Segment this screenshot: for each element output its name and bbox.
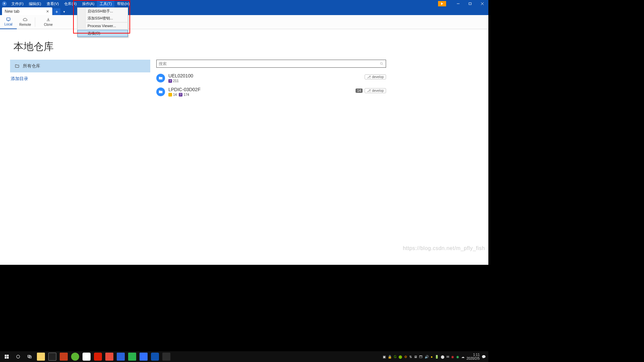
tray-icon[interactable]: 🗔 — [419, 355, 423, 359]
start-button[interactable] — [3, 353, 11, 361]
repo-name: UEL020100 — [168, 73, 361, 78]
app-window: 文件(F) 编辑(E) 查看(V) 仓库(R) 操作(A) 工具(T) 帮助(H… — [0, 0, 488, 265]
repo-name: LPDIC-03D02F — [168, 87, 352, 92]
search-input[interactable]: 搜索 — [156, 60, 386, 68]
branch-pill[interactable]: ⎇ develop — [365, 88, 386, 93]
toolbar-local[interactable]: Local — [0, 15, 17, 29]
svg-point-13 — [16, 355, 19, 358]
toolbar-remote[interactable]: Remote — [17, 15, 34, 29]
search-placeholder: 搜索 — [159, 61, 380, 67]
menu-item-ssh-helper[interactable]: 启动SSH助手... — [77, 8, 128, 15]
main-content: 本地仓库 所有仓库 添加目录 搜索 UEL020100 — [0, 29, 488, 265]
new-tab-button[interactable]: + — [53, 8, 60, 15]
sidebar-item-all-repos[interactable]: 所有仓库 — [10, 60, 150, 72]
tabs-row: New tab × + ▾ — [0, 7, 488, 15]
svg-rect-10 — [7, 355, 9, 356]
notifications-button[interactable] — [438, 1, 446, 6]
menu-tools[interactable]: 工具(T) — [97, 0, 114, 8]
tab-label: New tab — [5, 9, 19, 14]
repo-item[interactable]: LPDIC-03D02F 14 ?174 14 ⎇ develop — [156, 85, 386, 99]
toolbar-remote-label: Remote — [19, 23, 31, 26]
monitor-icon — [5, 17, 11, 22]
repo-meta-badge: 14 — [168, 93, 177, 97]
cortana-button[interactable] — [14, 353, 22, 361]
menu-help[interactable]: 帮助(H) — [114, 0, 132, 8]
task-netease-icon[interactable] — [94, 353, 102, 361]
task-iqiyi-icon[interactable] — [128, 353, 136, 361]
tray-icon[interactable]: ◉ — [451, 355, 454, 359]
svg-line-8 — [382, 64, 383, 65]
sidebar: 所有仓库 添加目录 — [10, 60, 150, 99]
menu-view[interactable]: 查看(V) — [44, 0, 62, 8]
task-app-icon[interactable] — [105, 353, 113, 361]
sidebar-all-repos-label: 所有仓库 — [23, 63, 40, 69]
task-calculator-icon[interactable] — [48, 353, 56, 361]
download-icon — [45, 17, 51, 22]
toolbar-local-label: Local — [4, 22, 12, 26]
menu-item-options[interactable]: 选项(O) — [77, 30, 128, 37]
tray-icon[interactable]: ▣ — [383, 355, 386, 359]
tray-icon[interactable]: ⚙ — [404, 355, 407, 359]
window-minimize-button[interactable] — [452, 0, 464, 7]
repo-meta-badge: ?174 — [179, 93, 189, 97]
cloud-icon — [22, 17, 28, 22]
menu-item-add-ssh-key[interactable]: 添加SSH密钥... — [77, 15, 128, 22]
tray-clock[interactable]: 1:11 2020/2/5 — [467, 353, 480, 360]
count-pill: 14 — [356, 88, 363, 93]
tab-new[interactable]: New tab × — [2, 7, 52, 15]
task-app-icon[interactable] — [83, 353, 91, 361]
tray-icon[interactable]: ✉ — [446, 355, 449, 359]
task-view-button[interactable] — [25, 353, 34, 361]
task-sourcetree-icon[interactable] — [151, 353, 159, 361]
menu-file[interactable]: 文件(F) — [9, 0, 26, 8]
tray-notifications-icon[interactable]: 💬 — [482, 355, 486, 359]
task-feishu-icon[interactable] — [140, 353, 148, 361]
window-close-button[interactable] — [476, 0, 488, 7]
sidebar-add-directory[interactable]: 添加目录 — [10, 72, 150, 85]
menu-edit[interactable]: 编辑(E) — [26, 0, 44, 8]
tray-battery-icon[interactable]: 🔋 — [435, 355, 439, 359]
toolbar: Local Remote Clone — [0, 15, 488, 29]
task-explorer-icon[interactable] — [37, 353, 45, 361]
menu-action[interactable]: 操作(A) — [79, 0, 97, 8]
folder-icon — [156, 87, 165, 96]
menu-separator — [86, 29, 127, 29]
repo-item[interactable]: UEL020100 ?211 ⎇ develop — [156, 71, 386, 85]
svg-rect-12 — [7, 357, 9, 359]
windows-taskbar: ▣ 🔒 G ⬤ ⚙ ⇅ 🖥 🗔 🔊 ● 🔋 ⬤ ✉ ◉ ◉ ☁ 1:11 202… — [0, 351, 488, 362]
tab-dropdown-button[interactable]: ▾ — [60, 8, 68, 15]
menu-separator — [86, 22, 127, 22]
tray-icon[interactable]: 🔒 — [388, 355, 392, 359]
tray-icon[interactable]: 🖥 — [414, 355, 417, 359]
svg-rect-9 — [5, 355, 6, 356]
repo-panel: 搜索 UEL020100 ?211 ⎇ develop — [156, 60, 386, 99]
page-title: 本地仓库 — [13, 40, 478, 54]
svg-rect-5 — [7, 18, 10, 20]
svg-rect-2 — [469, 3, 471, 5]
toolbar-separator — [35, 17, 35, 27]
branch-pill[interactable]: ⎇ develop — [365, 74, 386, 79]
tray-icon[interactable]: ⇅ — [409, 355, 412, 359]
menu-item-process-viewer[interactable]: Process Viewer... — [77, 23, 128, 29]
task-jlink-icon[interactable] — [117, 353, 125, 361]
task-powerpoint-icon[interactable] — [60, 353, 68, 361]
tray-icon[interactable]: ◉ — [456, 355, 459, 359]
app-logo-icon — [2, 1, 7, 6]
window-maximize-button[interactable] — [464, 0, 476, 7]
menu-repo[interactable]: 仓库(R) — [61, 0, 79, 8]
svg-point-7 — [380, 62, 382, 64]
watermark-text: https://blog.csdn.net/m_pfly_fish — [403, 245, 485, 251]
tray-volume-icon[interactable]: 🔊 — [425, 355, 429, 359]
tray-icon[interactable]: ● — [431, 355, 433, 359]
task-wechat2-icon[interactable] — [162, 353, 170, 361]
toolbar-clone[interactable]: Clone — [37, 15, 60, 29]
tools-dropdown: 启动SSH助手... 添加SSH密钥... Process Viewer... … — [77, 7, 128, 37]
folder-icon — [156, 74, 165, 82]
tray-icon[interactable]: G — [394, 355, 396, 359]
repo-meta-badge: ?211 — [168, 79, 179, 83]
tray-icon[interactable]: ⬤ — [398, 355, 402, 359]
task-wechat-icon[interactable] — [71, 353, 79, 361]
tab-close-button[interactable]: × — [46, 9, 50, 14]
tray-icon[interactable]: ⬤ — [441, 355, 444, 359]
tray-icon[interactable]: ☁ — [461, 355, 465, 359]
